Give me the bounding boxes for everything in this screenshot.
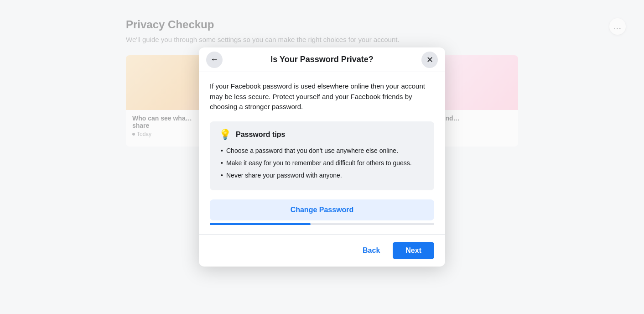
tip-item-1: Choose a password that you don't use any… [219, 146, 425, 156]
password-private-modal: ← Is Your Password Private? ✕ If your Fa… [199, 47, 445, 267]
tip-item-2: Make it easy for you to remember and dif… [219, 158, 425, 168]
modal-body: If your Facebook password is used elsewh… [199, 72, 445, 234]
close-icon: ✕ [426, 55, 433, 65]
back-arrow-icon: ← [210, 55, 218, 64]
bulb-icon: 💡 [219, 129, 231, 141]
modal-close-button[interactable]: ✕ [421, 52, 438, 68]
back-button[interactable]: Back [355, 242, 387, 259]
progress-bar-container [210, 223, 434, 225]
tip-item-3: Never share your password with anyone. [219, 171, 425, 180]
tips-title: Password tips [236, 131, 285, 139]
modal-overlay: ← Is Your Password Private? ✕ If your Fa… [0, 0, 644, 314]
modal-title: Is Your Password Private? [270, 55, 373, 64]
next-button[interactable]: Next [393, 242, 434, 259]
tips-box: 💡 Password tips Choose a password that y… [210, 121, 434, 190]
tips-header: 💡 Password tips [219, 129, 425, 141]
modal-description: If your Facebook password is used elsewh… [210, 81, 434, 112]
progress-bar-fill [210, 223, 311, 225]
modal-footer: Back Next [199, 234, 445, 267]
modal-header: ← Is Your Password Private? ✕ [199, 47, 445, 72]
modal-back-icon-button[interactable]: ← [206, 52, 223, 68]
change-password-button[interactable]: Change Password [210, 199, 434, 220]
tips-list: Choose a password that you don't use any… [219, 146, 425, 180]
